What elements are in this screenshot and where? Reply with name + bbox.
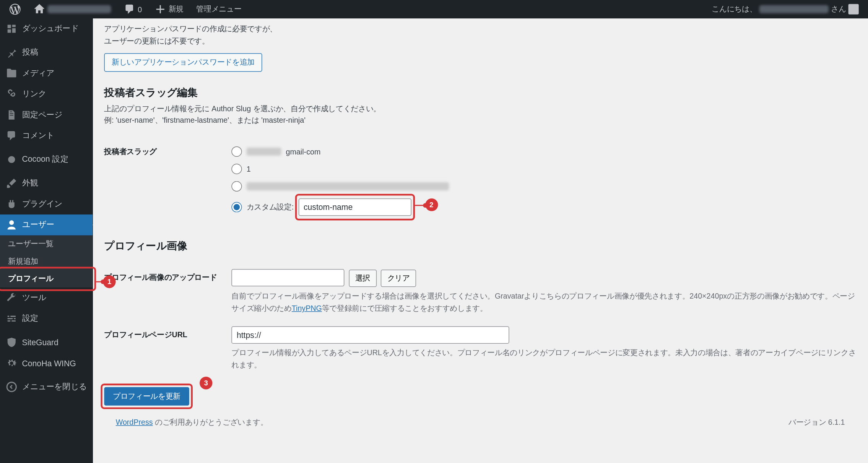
author-slug-title: 投稿者スラッグ編集 [104,85,856,99]
footer: WordPress のご利用ありがとうございます。 バージョン 6.1.1 [104,406,856,434]
sidebar-item-collapse[interactable]: メニューを閉じる [0,377,93,397]
sidebar-item-cocoon[interactable]: Cocoon 設定 [0,149,93,170]
author-slug-label: 投稿者スラッグ [104,143,231,157]
sliders-icon [6,313,17,325]
sidebar-item-conoha[interactable]: ConoHa WING [0,353,93,374]
sidebar-item-settings[interactable]: 設定 [0,309,93,329]
profile-url-desc: プロフィール情報が入力してあるページURLを入力してください。プロフィール名のリ… [231,347,856,371]
comments-count: 0 [138,5,142,14]
users-submenu: ユーザー一覧 新規追加 プロフィール [0,236,93,288]
new-label: 新規 [169,4,184,15]
slug-radio-2[interactable] [231,164,242,174]
dashboard-icon [6,23,17,35]
sidebar-item-tools[interactable]: ツール [0,288,93,308]
submenu-users-list[interactable]: ユーザー一覧 [0,236,93,253]
version-text: バージョン 6.1.1 [788,418,845,428]
app-password-text: アプリケーションパスワードの作成に必要ですが、 ユーザーの更新には不要です。 [104,18,856,47]
submenu-users-profile[interactable]: プロフィール [0,270,93,288]
comments-bubble[interactable]: 0 [119,0,146,18]
user-greeting[interactable]: こんにちは、 さん [707,0,863,18]
add-app-password-button[interactable]: 新しいアプリケーションパスワードを追加 [104,53,262,71]
submenu-users-new[interactable]: 新規追加 [0,253,93,270]
pin-icon [6,47,17,58]
slug-opt3-blur [247,182,449,190]
upload-label: プロフィール画像のアップロード [104,269,231,283]
brush-icon [6,178,17,189]
profile-image-title: プロフィール画像 [104,239,856,253]
profile-url-input[interactable] [231,326,509,343]
sidebar-item-dashboard[interactable]: ダッシュボード [0,18,93,39]
site-title-blur [47,5,111,13]
sidebar-item-posts[interactable]: 投稿 [0,42,93,63]
collapse-icon [6,381,17,393]
circle-icon [6,154,17,166]
slug-opt1-blur [247,148,281,156]
user-icon [6,219,17,231]
svg-point-0 [8,156,15,163]
clear-image-button[interactable]: クリア [381,270,416,287]
update-profile-button[interactable]: プロフィールを更新 [104,387,189,406]
profile-image-input[interactable] [231,269,344,286]
site-home[interactable] [29,0,116,18]
slug-radio-3[interactable] [231,181,242,192]
custom-slug-input[interactable] [298,198,411,216]
new-content[interactable]: 新規 [150,0,188,18]
wrench-icon [6,292,17,304]
home-icon [34,3,45,15]
slug-radio-1[interactable] [231,146,242,157]
sidebar-item-media[interactable]: メディア [0,63,93,84]
admin-sidebar: ダッシュボード 投稿 メディア リンク 固定ページ コメント [0,18,93,463]
wordpress-link[interactable]: WordPress [116,418,153,427]
comment-icon [6,130,17,142]
link-icon [6,89,17,100]
wordpress-icon [9,3,21,15]
main-content: アプリケーションパスワードの作成に必要ですが、 ユーザーの更新には不要です。 新… [93,18,868,463]
select-image-button[interactable]: 選択 [349,270,377,287]
admin-bar: 0 新規 管理メニュー こんにちは、 さん [0,0,868,18]
tinypng-link[interactable]: TinyPNG [292,304,322,312]
wp-logo[interactable] [5,0,25,18]
sidebar-item-comments[interactable]: コメント [0,125,93,146]
user-name-blur [759,5,829,13]
sidebar-item-links[interactable]: リンク [0,84,93,104]
svg-point-1 [7,382,16,392]
sidebar-item-users[interactable]: ユーザー [0,214,93,235]
author-slug-desc: 上記のプロフィール情報を元に Author Slug を選ぶか、自分で作成してく… [104,103,856,127]
profile-url-label: プロフィールページURL [104,326,231,340]
sidebar-item-siteguard[interactable]: SiteGuard [0,332,93,353]
admin-menu-link[interactable]: 管理メニュー [192,0,246,18]
plug-icon [6,198,17,210]
upload-desc: 自前でプロフィール画像をアップロードする場合は画像を選択してください。Grava… [231,291,856,315]
avatar [848,4,859,15]
page-icon [6,109,17,121]
slug-radio-custom[interactable] [231,202,242,212]
comment-icon [124,3,135,15]
shield-icon [6,337,17,348]
media-icon [6,68,17,79]
sidebar-item-appearance[interactable]: 外観 [0,173,93,193]
plus-icon [154,3,166,15]
sidebar-item-pages[interactable]: 固定ページ [0,105,93,125]
sidebar-item-plugins[interactable]: プラグイン [0,194,93,214]
gear-icon [6,357,17,369]
